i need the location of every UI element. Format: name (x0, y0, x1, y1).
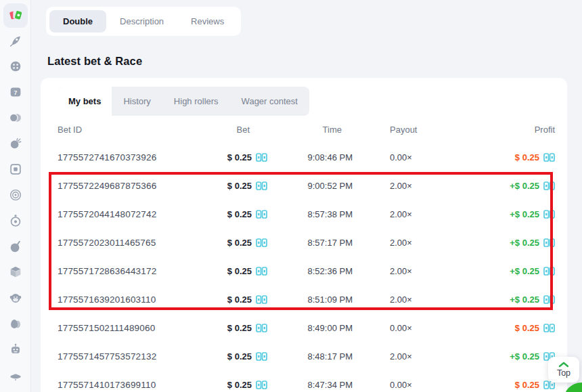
table-row: 1775571639201603110$ 0.258:51:09 PM2.00×… (58, 285, 555, 313)
sidebar-item-target[interactable] (8, 188, 23, 202)
app-window: 7 DoubleDescriptionReviews Latest bet & … (0, 0, 582, 392)
sidebar-item-dice[interactable] (8, 265, 23, 280)
comet-ball-icon (8, 136, 23, 151)
bets-card: My betsHistoryHigh rollersWager contest … (41, 78, 567, 392)
table-row: 1775572741670373926$ 0.259:08:46 PM0.00×… (58, 143, 555, 171)
column-header-bet-id: Bet ID (58, 125, 218, 135)
cube-icon (8, 162, 23, 177)
sidebar-item-robot[interactable] (8, 342, 23, 357)
time-cell: 8:52:36 PM (267, 266, 353, 276)
profit-cell: $ 0.25 (468, 380, 555, 390)
cash-icon (256, 210, 267, 219)
sidebar-item-coins[interactable] (8, 110, 23, 125)
bet-id-cell: 1775572023011465765 (58, 238, 218, 248)
bet-id-cell: 1775571502111489060 (58, 323, 218, 333)
profit-cell: +$ 0.25 (468, 209, 555, 219)
sidebar-item-comet-ball[interactable] (8, 136, 23, 151)
cash-icon (256, 267, 267, 276)
bet-cell: $ 0.25 (218, 380, 267, 390)
sidebar-item-egg[interactable] (8, 316, 23, 331)
cash-icon (256, 295, 267, 304)
bet-cell: $ 0.25 (218, 238, 267, 248)
column-header-bet: Bet (218, 125, 267, 135)
payout-cell: 2.00× (353, 266, 468, 276)
page-tabs: DoubleDescriptionReviews (46, 7, 241, 36)
bomb-icon (8, 239, 23, 254)
page-tab-reviews[interactable]: Reviews (177, 10, 238, 32)
timer-icon (8, 213, 23, 228)
cash-icon (543, 153, 555, 162)
page-tab-double[interactable]: Double (49, 10, 106, 32)
slots-icon: 7 (8, 85, 23, 100)
sidebar-item-monkey[interactable] (8, 290, 23, 305)
bet-cell: $ 0.25 (218, 266, 267, 276)
cash-icon (543, 238, 555, 247)
robot-icon (8, 342, 23, 357)
payout-cell: 2.00× (353, 181, 468, 191)
rocket-icon (8, 33, 23, 48)
bets-tab-wager-contest[interactable]: Wager contest (230, 87, 309, 116)
back-to-top-button[interactable]: Top (548, 357, 579, 383)
bets-tab-history[interactable]: History (112, 87, 162, 116)
sidebar-item-ufo[interactable] (8, 368, 23, 383)
bet-cell: $ 0.25 (218, 351, 267, 362)
egg-icon (8, 316, 23, 331)
sidebar-item-rocket[interactable] (8, 33, 23, 48)
time-cell: 8:57:38 PM (267, 209, 353, 219)
page-tab-description[interactable]: Description (106, 10, 177, 32)
chevron-up-icon (558, 362, 569, 368)
dice-icon (8, 265, 23, 280)
cash-icon (256, 324, 267, 332)
bet-cell: $ 0.25 (218, 152, 267, 162)
svg-text:7: 7 (14, 89, 17, 96)
bet-id-cell: 1775571410173699110 (58, 380, 218, 390)
profit-cell: +$ 0.25 (468, 351, 555, 362)
sidebar-item-cards[interactable] (3, 3, 28, 28)
time-cell: 8:57:17 PM (267, 238, 353, 248)
cash-icon (256, 380, 267, 389)
payout-cell: 0.00× (353, 380, 468, 390)
sidebar-item-bingo-ball[interactable] (8, 59, 23, 74)
column-header-profit: Profit (468, 125, 555, 135)
sidebar-item-timer[interactable] (8, 213, 23, 228)
bets-tab-my-bets[interactable]: My bets (58, 87, 112, 116)
table-header-row: Bet IDBetTimePayoutProfit (58, 116, 555, 143)
cash-icon (543, 324, 555, 332)
highlighted-rows-group: 1775572249687875366$ 0.259:00:52 PM2.00×… (58, 171, 555, 313)
bet-id-cell: 1775572044148072742 (58, 209, 218, 219)
cash-icon (543, 267, 555, 276)
bets-tab-high-rollers[interactable]: High rollers (162, 87, 230, 116)
bet-id-cell: 1775572249687875366 (58, 181, 218, 191)
time-cell: 9:08:46 PM (267, 152, 353, 162)
time-cell: 8:48:17 PM (267, 351, 353, 362)
profit-cell: +$ 0.25 (468, 266, 555, 276)
column-header-time: Time (267, 125, 353, 135)
cash-icon (256, 352, 267, 361)
ufo-icon (8, 368, 23, 383)
time-cell: 8:51:09 PM (267, 295, 353, 305)
table-row: 1775571457753572132$ 0.258:48:17 PM2.00×… (58, 342, 555, 370)
payout-cell: 0.00× (353, 152, 468, 162)
sidebar-item-bomb[interactable] (8, 239, 23, 254)
payout-cell: 2.00× (353, 295, 468, 305)
table-row: 1775571502111489060$ 0.258:49:00 PM0.00×… (58, 313, 555, 342)
time-cell: 9:00:52 PM (267, 181, 353, 191)
main-content: DoubleDescriptionReviews Latest bet & Ra… (31, 0, 582, 392)
bet-cell: $ 0.25 (218, 295, 267, 305)
time-cell: 8:49:00 PM (267, 323, 353, 333)
bet-id-cell: 1775571639201603110 (58, 295, 218, 305)
cash-icon (543, 295, 555, 304)
payout-cell: 2.00× (353, 238, 468, 248)
target-icon (8, 188, 23, 202)
payout-cell: 2.00× (353, 209, 468, 219)
profit-cell: $ 0.25 (468, 323, 555, 333)
bet-cell: $ 0.25 (218, 181, 267, 191)
sidebar-item-slots[interactable]: 7 (8, 85, 23, 100)
profit-cell: +$ 0.25 (468, 238, 555, 248)
back-to-top-label: Top (557, 368, 570, 378)
payout-cell: 0.00× (353, 323, 468, 333)
table-row: 1775572044148072742$ 0.258:57:38 PM2.00×… (58, 200, 555, 228)
coins-icon (8, 110, 23, 125)
payout-cell: 2.00× (353, 351, 468, 362)
sidebar-item-cube[interactable] (8, 162, 23, 177)
